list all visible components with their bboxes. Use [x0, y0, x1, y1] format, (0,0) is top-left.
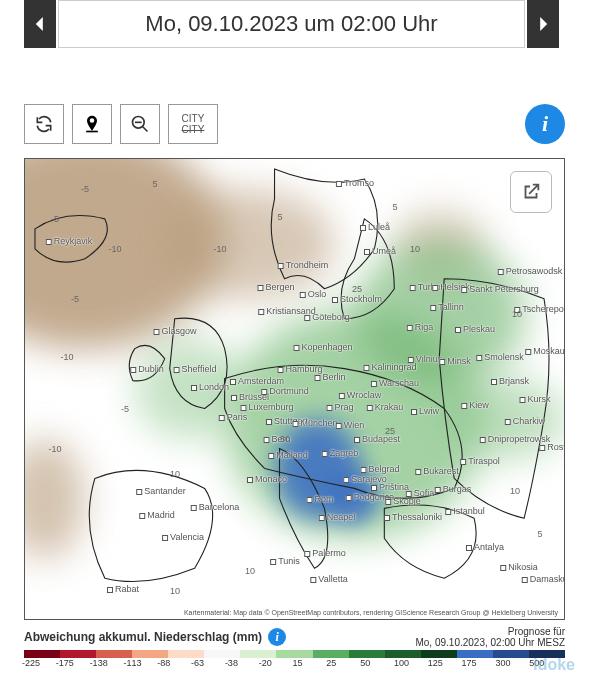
- contour-value: 5: [537, 529, 542, 539]
- contour-value: -5: [81, 184, 89, 194]
- city-label: Stockholm: [332, 294, 382, 304]
- legend-info-button[interactable]: i: [268, 628, 286, 646]
- city-label: Barcelona: [191, 502, 240, 512]
- city-label: Moskau: [525, 346, 565, 356]
- city-label: Trondheim: [278, 260, 329, 270]
- city-label: Minsk: [439, 356, 471, 366]
- city-label: Santander: [136, 486, 186, 496]
- city-label: Glasgow: [153, 326, 196, 336]
- city-label: Pleskau: [455, 324, 495, 334]
- prev-date-button[interactable]: [24, 0, 56, 48]
- contour-value: -10: [48, 444, 61, 454]
- city-label: Luleå: [360, 222, 390, 232]
- city-off-label: CITY: [182, 124, 205, 135]
- city-label: Damaskus: [522, 574, 565, 584]
- contour-value: -10: [213, 244, 226, 254]
- city-label: Sarajevo: [343, 474, 387, 484]
- city-label: Rosto: [539, 442, 565, 452]
- city-label: Kiew: [461, 400, 489, 410]
- city-label: Paris: [219, 412, 248, 422]
- city-label: Charkiw: [505, 416, 546, 426]
- city-label: Sankt Petersburg: [461, 284, 539, 294]
- contour-value: 10: [170, 586, 180, 596]
- city-label: München: [292, 418, 337, 428]
- city-label: Brjansk: [491, 376, 529, 386]
- city-label: Mailand: [268, 450, 308, 460]
- city-label: Krakau: [367, 402, 404, 412]
- city-label: Prag: [326, 402, 353, 412]
- city-label: Amsterdam: [230, 376, 284, 386]
- city-label: Madrid: [139, 510, 175, 520]
- city-label: Valletta: [310, 574, 347, 584]
- city-label: Zagreb: [322, 448, 359, 458]
- city-toggle-button[interactable]: CITY CITY: [168, 104, 218, 144]
- city-label: Antalya: [466, 542, 504, 552]
- contour-value: -5: [71, 294, 79, 304]
- city-label: Petrosawodsk: [498, 266, 563, 276]
- city-label: Luxemburg: [240, 402, 293, 412]
- city-label: Rom: [306, 494, 333, 504]
- city-label: Bukarest: [415, 466, 459, 476]
- color-scale-labels: -225-175-138-113-88-63-38-20152550100125…: [24, 658, 565, 668]
- city-label: Umeå: [364, 246, 396, 256]
- city-label: Bergen: [257, 282, 294, 292]
- contour-value: -5: [51, 214, 59, 224]
- contour-value: 5: [152, 179, 157, 189]
- city-label: Smolensk: [476, 352, 524, 362]
- contour-value: 10: [510, 486, 520, 496]
- city-on-label: CITY: [182, 113, 205, 124]
- city-label: Palermo: [304, 548, 346, 558]
- city-label: Burgas: [435, 484, 472, 494]
- city-label: Kursk: [519, 394, 550, 404]
- zoom-out-button[interactable]: [120, 104, 160, 144]
- city-label: Wien: [336, 420, 365, 430]
- svg-rect-0: [86, 131, 98, 133]
- city-label: Valencia: [162, 532, 204, 542]
- city-label: Dublin: [130, 364, 164, 374]
- city-label: Nikosia: [500, 562, 538, 572]
- contour-value: 5: [277, 212, 282, 222]
- city-label: Thessaloniki: [384, 512, 442, 522]
- city-label: Wroclaw: [339, 390, 381, 400]
- contour-value: 25: [385, 426, 395, 436]
- city-label: Riga: [407, 322, 434, 332]
- city-label: Rabat: [107, 584, 139, 594]
- city-label: Tromso: [336, 178, 374, 188]
- contour-value: 10: [170, 469, 180, 479]
- city-label: London: [191, 382, 229, 392]
- refresh-button[interactable]: [24, 104, 64, 144]
- svg-line-2: [143, 127, 148, 132]
- city-label: Warschau: [371, 378, 419, 388]
- forecast-time: Mo, 09.10.2023, 02:00 Uhr MESZ: [415, 637, 565, 648]
- forecast-label: Prognose für: [415, 626, 565, 637]
- city-label: Göteborg: [304, 312, 350, 322]
- date-label: Mo, 09.10.2023 um 02:00 Uhr: [58, 0, 525, 48]
- city-label: Tallinn: [430, 302, 464, 312]
- info-button[interactable]: i: [525, 104, 565, 144]
- contour-value: 50: [280, 434, 290, 444]
- contour-value: 25: [352, 284, 362, 294]
- contour-value: -5: [121, 404, 129, 414]
- contour-value: 10: [245, 566, 255, 576]
- contour-value: -10: [60, 352, 73, 362]
- location-button[interactable]: [72, 104, 112, 144]
- city-label: Oslo: [300, 289, 327, 299]
- contour-value: 10: [512, 309, 522, 319]
- city-label: Lwiw: [411, 406, 439, 416]
- city-label: Reykjavik: [46, 236, 93, 246]
- contour-value: 5: [392, 202, 397, 212]
- city-label: Kopenhagen: [293, 342, 352, 352]
- next-date-button[interactable]: [527, 0, 559, 48]
- map-attribution: Kartenmaterial: Map data © OpenStreetMap…: [182, 608, 560, 617]
- share-button[interactable]: [510, 171, 552, 213]
- city-label: Neapel: [319, 512, 356, 522]
- city-label: Dortmund: [261, 386, 309, 396]
- city-label: Istanbul: [445, 506, 485, 516]
- city-label: Berlin: [314, 372, 345, 382]
- map-container[interactable]: TromsoLuleåReykjavikUmeåTrondheimPetrosa…: [24, 158, 565, 620]
- city-label: Belgrad: [360, 464, 399, 474]
- city-label: Monaco: [247, 474, 287, 484]
- legend-title: Abweichung akkumul. Niederschlag (mm): [24, 630, 262, 644]
- contour-value: 10: [410, 244, 420, 254]
- contour-value: -10: [108, 244, 121, 254]
